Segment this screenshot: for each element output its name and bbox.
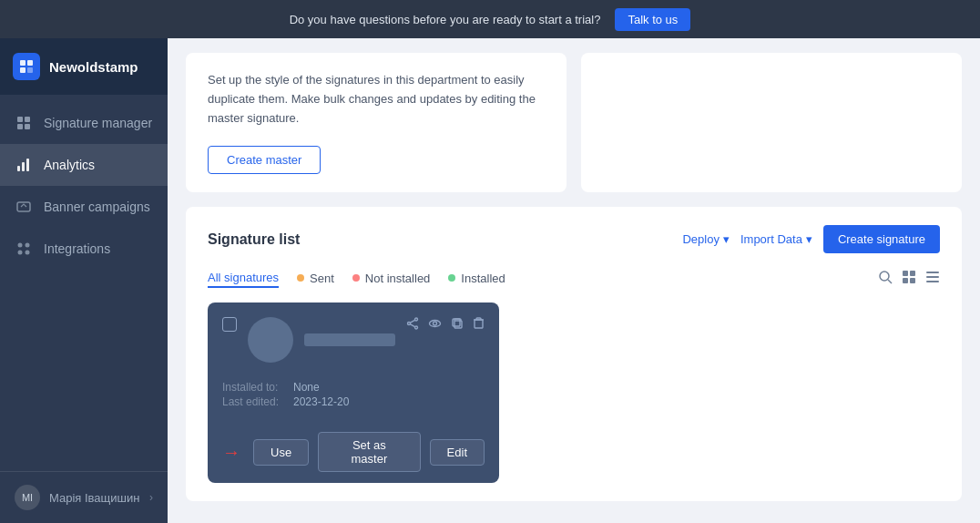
talk-to-us-button[interactable]: Talk to us: [615, 8, 690, 31]
svg-rect-9: [22, 162, 25, 171]
not-installed-label: Not installed: [365, 272, 431, 285]
svg-point-26: [415, 326, 418, 329]
svg-point-14: [18, 251, 23, 255]
sidebar-item-signature-manager[interactable]: Signature manager: [0, 102, 168, 144]
installed-to-value: None: [293, 381, 320, 394]
set-as-master-button[interactable]: Set as master: [318, 432, 420, 472]
view-controls: [878, 270, 940, 288]
svg-rect-24: [926, 281, 939, 282]
svg-point-27: [408, 323, 411, 325]
master-card-description: Set up the style of the signatures in th…: [208, 71, 545, 128]
svg-point-16: [880, 272, 889, 281]
installed-label: Installed: [461, 272, 505, 285]
banner-campaigns-icon: [15, 198, 33, 216]
svg-rect-8: [17, 166, 20, 171]
svg-rect-22: [926, 272, 939, 273]
sidebar: Newoldstamp Signature manager: [0, 38, 168, 523]
svg-point-13: [26, 243, 30, 248]
create-signature-button[interactable]: Create signature: [823, 225, 940, 253]
signature-manager-icon: [15, 114, 33, 132]
svg-line-29: [411, 324, 415, 327]
eye-icon[interactable]: [428, 317, 442, 333]
svg-line-17: [888, 280, 892, 283]
svg-rect-0: [20, 60, 26, 66]
import-data-button[interactable]: Import Data ▾: [740, 232, 812, 246]
svg-rect-6: [17, 124, 23, 129]
signature-checkbox[interactable]: [222, 317, 237, 332]
integrations-icon: [15, 240, 33, 258]
filter-sent[interactable]: Sent: [297, 272, 334, 287]
deploy-label: Deploy: [682, 232, 719, 246]
delete-icon[interactable]: [473, 317, 485, 333]
svg-line-28: [411, 321, 415, 323]
import-data-label: Import Data: [740, 232, 802, 246]
installed-dot-icon: [448, 274, 455, 282]
deploy-chevron-icon: ▾: [723, 232, 730, 246]
signature-name-placeholder: [304, 333, 395, 346]
sidebar-item-label: Analytics: [44, 158, 95, 172]
svg-point-15: [26, 251, 30, 255]
top-banner: Do you have questions before you are rea…: [0, 0, 980, 38]
svg-rect-1: [27, 60, 33, 66]
edit-button[interactable]: Edit: [430, 439, 485, 466]
banner-text: Do you have questions before you are rea…: [290, 13, 601, 26]
filter-installed[interactable]: Installed: [448, 272, 505, 287]
use-button[interactable]: Use: [253, 439, 309, 466]
list-view-button[interactable]: [925, 270, 940, 288]
signature-card: Installed to: None Last edited: 2023-12-…: [208, 303, 499, 483]
copy-icon[interactable]: [451, 317, 464, 333]
signature-card-buttons: → Use Set as master Edit: [208, 421, 499, 483]
svg-rect-19: [910, 271, 915, 276]
grid-view-button[interactable]: [902, 270, 916, 288]
analytics-icon: [15, 156, 33, 174]
svg-rect-23: [926, 276, 939, 278]
header-actions: Deploy ▾ Import Data ▾ Create signature: [682, 225, 940, 253]
search-button[interactable]: [878, 270, 893, 288]
svg-rect-20: [903, 278, 908, 283]
last-edited-label: Last edited:: [222, 395, 286, 408]
logo-text: Newoldstamp: [49, 59, 138, 75]
secondary-card: [581, 53, 962, 192]
signature-list-title: Signature list: [208, 231, 300, 248]
arrow-indicator-icon: →: [222, 442, 240, 463]
signature-card-info: Installed to: None Last edited: 2023-12-…: [208, 377, 499, 421]
signature-avatar-placeholder: [248, 317, 293, 363]
master-signature-card: Set up the style of the signatures in th…: [186, 53, 567, 192]
not-installed-dot-icon: [352, 274, 360, 282]
filter-all-signatures[interactable]: All signatures: [208, 271, 279, 288]
create-master-button[interactable]: Create master: [208, 146, 321, 174]
svg-rect-10: [26, 159, 29, 171]
cards-row: Set up the style of the signatures in th…: [186, 53, 962, 192]
avatar: МІ: [15, 485, 40, 510]
filter-tabs: All signatures Sent Not installed Instal…: [208, 270, 940, 288]
user-profile[interactable]: МІ Марія Іващишин ›: [0, 471, 168, 523]
logo-icon: [13, 53, 40, 80]
signature-cards-area: Installed to: None Last edited: 2023-12-…: [208, 303, 940, 483]
sidebar-item-label: Signature manager: [44, 116, 152, 130]
sidebar-navigation: Signature manager Analytics: [0, 95, 168, 471]
svg-rect-5: [25, 117, 30, 122]
filter-not-installed[interactable]: Not installed: [352, 272, 431, 287]
share-icon[interactable]: [406, 317, 419, 333]
svg-rect-18: [903, 271, 908, 276]
svg-rect-34: [475, 320, 483, 328]
signature-list-card: Signature list Deploy ▾ Import Data ▾ Cr…: [186, 207, 962, 501]
user-name: Марія Іващишин: [49, 491, 139, 505]
sent-dot-icon: [297, 274, 304, 282]
sidebar-item-banner-campaigns[interactable]: Banner campaigns: [0, 186, 168, 228]
sidebar-item-label: Banner campaigns: [44, 200, 150, 214]
signature-card-top: [208, 303, 499, 377]
last-edited-value: 2023-12-20: [293, 395, 349, 408]
sent-label: Sent: [310, 272, 334, 285]
sidebar-logo[interactable]: Newoldstamp: [0, 38, 168, 95]
sidebar-item-integrations[interactable]: Integrations: [0, 228, 168, 270]
signature-list-header: Signature list Deploy ▾ Import Data ▾ Cr…: [208, 225, 940, 253]
svg-rect-33: [453, 319, 460, 326]
sidebar-item-analytics[interactable]: Analytics: [0, 144, 168, 186]
signature-action-icons: [406, 317, 485, 333]
installed-to-label: Installed to:: [222, 381, 286, 394]
svg-rect-3: [27, 67, 33, 73]
svg-point-31: [434, 322, 437, 325]
deploy-button[interactable]: Deploy ▾: [682, 232, 729, 246]
chevron-right-icon: ›: [149, 491, 153, 504]
